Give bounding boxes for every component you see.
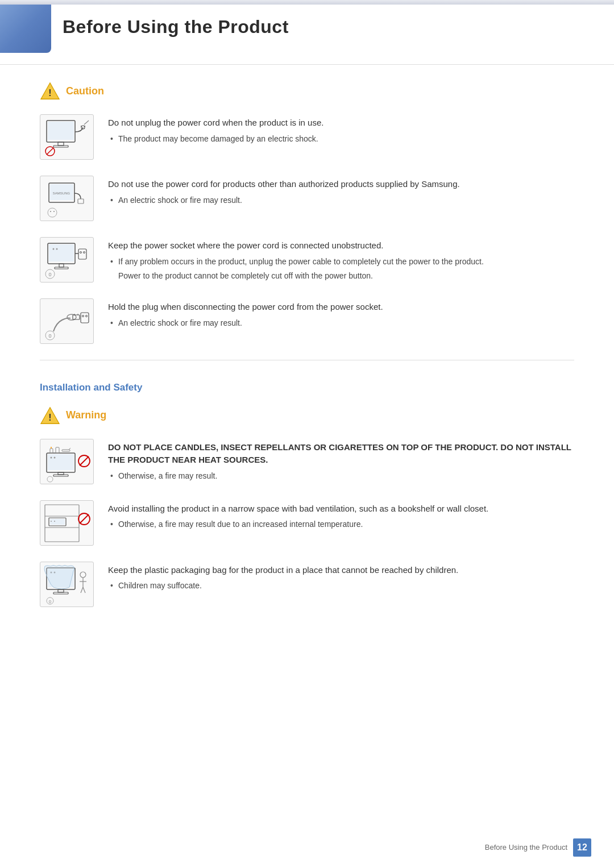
caution-item-2: SAMSUNG Do not use the power cord for pr… [40,176,574,221]
svg-rect-33 [81,313,89,323]
caution-item-3-bullet-1: If any problem occurs in the product, un… [108,256,574,268]
main-content: ! Caution [0,82,614,657]
caution-item-3-note: Power to the product cannot be completel… [108,270,574,282]
warning-badge: ! Warning [40,406,574,425]
svg-line-8 [47,148,53,155]
header-stripe [0,0,614,5]
warning-image-3: 0 [40,562,94,607]
caution-label: Caution [66,84,104,99]
svg-point-42 [50,456,52,458]
warning-triangle-icon: ! [40,406,60,425]
caution-image-1 [40,114,94,160]
warning-item-2-bullet-1: Otherwise, a fire may result due to an i… [108,518,574,530]
warning-item-1: DO NOT PLACE CANDLES, INSECT REPELLANTS … [40,439,574,484]
svg-point-43 [53,456,55,458]
svg-rect-41 [48,454,74,470]
caution-triangle-icon: ! [40,82,60,100]
svg-rect-44 [50,448,53,453]
svg-line-50 [80,456,89,466]
svg-point-17 [53,211,55,212]
svg-text:!: ! [48,88,51,98]
warning-item-1-main: DO NOT PLACE CANDLES, INSECT REPELLANTS … [108,441,574,467]
blue-accent-decoration [0,5,51,53]
svg-text:!: ! [48,412,51,422]
svg-point-20 [52,248,54,250]
warning-item-1-text: DO NOT PLACE CANDLES, INSECT REPELLANTS … [108,439,574,484]
warning-image-1 [40,439,94,484]
svg-point-59 [51,521,52,522]
svg-line-48 [69,448,70,450]
svg-point-34 [82,315,84,317]
svg-rect-26 [55,267,68,269]
caution-badge: ! Caution [40,82,574,100]
caution-item-1-bullet-1: The product may become damaged by an ele… [108,133,574,145]
svg-point-60 [54,521,55,522]
caution-item-3-main: Keep the power socket where the power co… [108,239,574,252]
svg-rect-52 [53,475,68,476]
caution-item-1-text: Do not unplug the power cord when the pr… [108,114,574,147]
installation-section-title: Installation and Safety [40,380,574,395]
svg-rect-19 [49,244,74,261]
page-title: Before Using the Product [63,13,614,40]
page-number: 12 [573,838,591,857]
caution-item-3: 0 Keep the power socket where the power … [40,237,574,283]
svg-point-16 [50,211,51,212]
svg-line-73 [83,587,85,593]
caution-image-3: 0 [40,237,94,283]
svg-point-69 [80,572,86,578]
caution-item-4-bullet-1: An electric shock or fire may result. [108,317,574,329]
warning-item-3-text: Keep the plastic packaging bag for the p… [108,562,574,595]
caution-item-3-text: Keep the power socket where the power co… [108,237,574,282]
svg-rect-5 [53,146,68,147]
svg-rect-22 [78,249,86,259]
warning-item-2-text: Avoid installing the product in a narrow… [108,500,574,533]
caution-item-4-main: Hold the plug when disconnecting the pow… [108,301,574,314]
caution-item-2-main: Do not use the power cord for products o… [108,178,574,191]
warning-image-2 [40,500,94,546]
svg-text:SAMSUNG: SAMSUNG [52,192,70,195]
caution-image-4: 0 [40,298,94,344]
svg-rect-46 [56,447,59,453]
svg-text:0: 0 [48,599,51,604]
caution-item-1: Do not unplug the power cord when the pr… [40,114,574,160]
warning-item-2-main: Avoid installing the product in a narrow… [108,502,574,516]
page-header: Before Using the Product [0,5,614,65]
section-divider [40,360,574,360]
warning-item-3-main: Keep the plastic packaging bag for the p… [108,564,574,577]
svg-text:0: 0 [48,333,51,339]
svg-rect-14 [78,199,84,203]
svg-point-10 [84,126,85,127]
svg-line-72 [81,587,83,593]
svg-point-21 [56,248,57,250]
caution-item-4-text: Hold the plug when disconnecting the pow… [108,298,574,331]
svg-rect-58 [50,519,65,525]
caution-item-1-main: Do not unplug the power cord when the pr… [108,117,574,130]
caution-item-2-bullet-1: An electric shock or fire may result. [108,194,574,206]
caution-image-2: SAMSUNG [40,176,94,221]
footer-label: Before Using the Product [485,842,567,853]
warning-item-2: Avoid installing the product in a narrow… [40,500,574,546]
caution-item-2-text: Do not use the power cord for products o… [108,176,574,209]
svg-rect-4 [58,142,64,146]
warning-item-1-bullet-1: Otherwise, a fire may result. [108,470,574,482]
svg-point-53 [47,476,53,482]
svg-line-62 [80,514,89,524]
svg-point-9 [81,126,82,127]
caution-item-4: 0 Hold the plug when disconnecting the p… [40,298,574,344]
page-footer: Before Using the Product 12 [485,838,591,857]
svg-point-15 [48,208,57,217]
svg-rect-3 [48,122,74,140]
warning-label: Warning [66,408,106,423]
svg-point-35 [85,315,87,317]
warning-item-3-bullet-1: Children may suffocate. [108,580,574,592]
warning-item-3: 0 Keep the plastic packaging bag for the… [40,562,574,607]
svg-point-23 [80,252,81,254]
svg-rect-25 [59,264,64,267]
svg-point-24 [83,252,85,254]
svg-rect-47 [62,450,70,451]
svg-rect-68 [53,592,68,594]
svg-text:0: 0 [48,272,51,277]
